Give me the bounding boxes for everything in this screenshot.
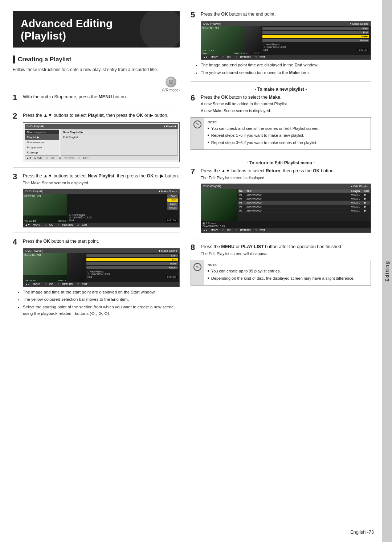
ep-row-5: 05 28/APR/2005 0:02:01 ▶: [238, 209, 370, 213]
step-4-bullet-3: Select the starting point of the section…: [23, 304, 180, 317]
menu-programme: Programme: [25, 145, 59, 150]
note-6-item-1: You can check and see all the scenes on …: [208, 126, 367, 132]
ep-row-3: 03 26/APR/2005 0:00:01 ▶: [238, 201, 370, 205]
ep-list-header: No. Title Length Edit: [238, 189, 370, 193]
ep-preview: [201, 189, 237, 221]
step-4-text: Press the OK button at the start point.: [23, 238, 99, 245]
ms-btn-return-4: Return: [86, 266, 178, 269]
ms5-end-time: 0:00:15: [253, 52, 260, 54]
ms-preview-3: Scene No. 001 Title List 1/6 0:00:15: [23, 194, 67, 223]
make-scene-screen-4: DVD-RW(VR) ♦ Make Scene Scene No. 001 Ti…: [23, 248, 180, 287]
step-5-number: 5: [191, 11, 198, 19]
left-column: Advanced Editing (Playlist) Creating a P…: [13, 11, 180, 531]
ms-right-3: Start End Make Return □ New Playlist ⊙ 1…: [67, 194, 179, 223]
ms-btn-make-4: Make: [86, 262, 178, 265]
note-6-item-2: Repeat steps 1~6 if you want to make a n…: [208, 132, 367, 139]
ms-preview-label-4: Title List 1/6: [24, 279, 36, 282]
ep-footer: ▲▼ MOVE □ OK ☆ RETURN □ EXIT: [201, 228, 371, 233]
playlist-sub-panel: New Playlist ▶ Edit Playlist: [61, 130, 178, 156]
ms-btn-end-4: End: [86, 258, 178, 261]
make-scene-screen-3: DVD-RW(VR) ♦ Make Scene Scene No. 001 Ti…: [23, 189, 180, 227]
ep-row-2: 02 23/APR/2005 0:02:01 ▶: [238, 197, 370, 201]
step-4-bullets: The image and time at the start point ar…: [23, 289, 180, 317]
section-description: Follow these instructions to create a ne…: [13, 66, 180, 73]
note-6-item-3: Repeat steps 3~6 if you want to make sce…: [208, 140, 367, 146]
sub-section-label-return: - To return to Edit Playlist menu -: [191, 160, 371, 165]
title-main: Advanced Editing: [21, 17, 172, 29]
step-7: 7 Press the ▲▼ buttons to select Return,…: [191, 168, 371, 233]
ms-preview-4: Scene No. 001 Title List 1/6 0:00:15: [23, 253, 67, 282]
ms-playlist-info-5: □ New Playlist ⊙ 19/APR/04 12:00 End0:00…: [262, 43, 369, 52]
note-8-item-2: Depending on the kind of disc, the displ…: [208, 275, 367, 282]
step-2-number: 2: [13, 112, 20, 120]
ep-screen-header: DVD-RW(VR) ♦ Edit Playlist: [201, 184, 371, 189]
step-1: 1 With the unit in Stop mode, press the …: [13, 94, 180, 102]
note-label-8: NOTE: [208, 263, 367, 267]
step-2: 2 Press the ▲▼ buttons to select Playlis…: [13, 112, 180, 162]
step-2-text: Press the ▲▼ buttons to select Playlist,…: [23, 112, 168, 119]
ms-footer-5: ▲▼ MOVE □ OK ☆ RETURN □ EXIT: [201, 55, 371, 59]
ep-date: 24/APR/2005 10:43: [203, 225, 369, 227]
note-content-6: NOTE You can check and see all the scene…: [204, 118, 371, 150]
menu-playlist: Playlist ▶: [25, 135, 59, 140]
step-6: 6 Press the OK button to select the Make…: [191, 94, 371, 150]
ms-btn-start-5: Start: [262, 27, 369, 30]
screen-header-left: DVD-RW(VR): [26, 125, 44, 128]
step-6-number: 6: [191, 94, 198, 102]
step-5: 5 Press the OK button at the end point. …: [191, 11, 371, 76]
step-5-header: 5 Press the OK button at the end point.: [191, 11, 371, 19]
step-3-number: 3: [13, 173, 20, 181]
step-1-number: 1: [13, 94, 20, 102]
page-number: English -73: [350, 529, 374, 535]
step-1-header: 1 With the unit in Stop mode, press the …: [13, 94, 180, 102]
make-scene-screen-5: DVD-RW(VR) ♦ Make Scene Scene No. 001 Ti…: [201, 21, 371, 60]
sub-edit-playlist: Edit Playlist: [61, 135, 177, 140]
dvdrw-icon: DVD-RW (VR mode): [162, 77, 180, 92]
ms-preview-time-3: 0:00:15: [58, 220, 66, 222]
step-7-text: Press the ▲▼ buttons to select Return, t…: [201, 168, 335, 181]
step-6-header: 6 Press the OK button to select the Make…: [191, 94, 371, 114]
right-column: 5 Press the OK button at the end point. …: [191, 11, 371, 531]
title-box: Advanced Editing (Playlist): [13, 11, 180, 48]
ms-preview-time-4: 0:00:15: [58, 279, 66, 282]
edit-playlist-screen: DVD-RW(VR) ♦ Edit Playlist No. Title Len…: [201, 184, 371, 233]
step-4-bullet-1: The image and time at the start point ar…: [23, 289, 180, 296]
section-bar-icon: [13, 56, 15, 63]
note-content-8: NOTE You can create up to 99 playlist en…: [204, 260, 371, 285]
sub-new-playlist: New Playlist ▶: [61, 130, 177, 135]
sub-section-label-make: - To make a new playlist -: [191, 87, 371, 92]
ms5-end-label: End: [244, 52, 248, 54]
step-5-bullet-1: The image and end point time are display…: [201, 62, 371, 69]
side-tab: Editing: [382, 0, 392, 542]
ms-header-left-5: DVD-RW(VR): [203, 22, 221, 25]
ms-playlist-info-3: □ New Playlist ⊙ 19/APR/04 12:00 End0:00…: [68, 213, 178, 222]
step-3-text: Press the ▲▼ buttons to select New Playl…: [23, 173, 179, 186]
dvdrw-circle: DVD-RW: [166, 77, 176, 87]
ms-btn-start-3: Start: [167, 194, 178, 198]
step-4-number: 4: [13, 238, 20, 246]
ms-footer-3: ▲▼ MOVE □ OK ☆ RETURN □ EXIT: [23, 223, 179, 227]
dvdrw-icon-area: DVD-RW (VR mode): [13, 77, 180, 92]
ms-btn-end-3: End: [167, 198, 178, 202]
step-4-bullet-2: The yellow-coloured selection bar moves …: [23, 296, 180, 303]
playlist-screen-body: DiscNavigation Playlist ▶ Disc manager P…: [25, 130, 178, 156]
ms-header-3: DVD-RW(VR) ♦ Make Scene: [23, 189, 179, 194]
step-8: 8 Press the MENU or PLAY LIST button aft…: [191, 243, 371, 286]
vr-mode-label: (VR mode): [162, 88, 180, 92]
menu-disc-mgr: Disc manager: [25, 140, 59, 145]
note-label-6: NOTE: [208, 120, 367, 124]
ms-header-left-3: DVD-RW(VR): [25, 190, 43, 193]
ep-bottom: ▣ 7 Scenes 24/APR/2005 10:43: [201, 221, 371, 228]
ms-header-left-4: DVD-RW(VR): [25, 249, 43, 252]
ms-body-4: Scene No. 001 Title List 1/6 0:00:15 Sta…: [23, 253, 179, 282]
ms-btn-make-3: Make: [167, 202, 178, 206]
step-3: 3 Press the ▲▼ buttons to select New Pla…: [13, 173, 180, 227]
section-header: Creating a Playlist: [13, 56, 180, 63]
ms-header-right-4: ♦ Make Scene: [159, 249, 177, 252]
note-icon-area-6: ✎: [191, 118, 204, 150]
side-tab-text: Editing: [384, 260, 390, 282]
ms-header-5: DVD-RW(VR) ♦ Make Scene: [201, 21, 371, 26]
ep-scenes: ▣ 7 Scenes: [203, 222, 369, 225]
step-7-number: 7: [191, 168, 198, 176]
ms-footer-4: ▲▼ MOVE □ OK ☆ RETURN □ EXIT: [23, 282, 179, 287]
